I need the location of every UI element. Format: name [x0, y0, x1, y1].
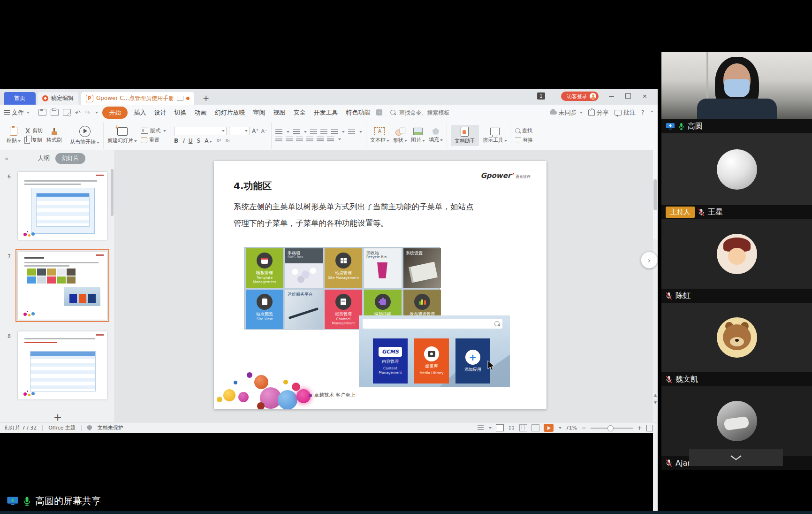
justify-icon[interactable]: [306, 137, 313, 142]
sidebar-scrollbar[interactable]: [111, 169, 114, 216]
slide-thumbnail-6[interactable]: [18, 172, 107, 240]
play-from-current-button[interactable]: 从当前开始: [70, 126, 99, 146]
columns-icon[interactable]: [327, 137, 334, 142]
protection-status[interactable]: 文档未保护: [98, 424, 123, 431]
new-slide-button[interactable]: 新建幻灯片: [107, 127, 137, 144]
scrollbar-thumb[interactable]: [653, 179, 657, 210]
help-button[interactable]: ?: [641, 109, 645, 116]
zoom-slider-knob[interactable]: [607, 425, 614, 431]
align-center-icon[interactable]: [286, 137, 293, 142]
notes-icon[interactable]: [478, 425, 484, 430]
decrease-font-button[interactable]: A⁻: [261, 128, 267, 134]
layout-button[interactable]: 版式: [141, 127, 166, 134]
reset-button[interactable]: 重置: [141, 137, 166, 144]
increase-font-button[interactable]: A⁺: [252, 128, 259, 134]
shape-button[interactable]: 形状: [393, 128, 407, 144]
previous-slide-icon[interactable]: ▲: [653, 393, 657, 397]
paste-button[interactable]: 粘贴: [7, 127, 21, 144]
collapse-panel-button[interactable]: «: [5, 155, 8, 162]
menu-view[interactable]: 视图: [271, 107, 287, 118]
cut-button[interactable]: 剪切: [24, 127, 43, 134]
tab-gaoding[interactable]: 稿定编辑: [38, 92, 78, 105]
menu-review[interactable]: 审阅: [251, 107, 267, 118]
menu-animation[interactable]: 动画: [192, 107, 208, 118]
slide-7[interactable]: Gpowerʼ 通元软件 4.功能区 系统左侧的主菜单以树形菜单方式列出了当前主…: [214, 161, 546, 409]
copy-button[interactable]: 复制: [24, 137, 43, 144]
strikethrough-button[interactable]: S: [197, 138, 201, 144]
decrease-indent-icon[interactable]: [310, 129, 317, 134]
tab-outline[interactable]: 大纲: [38, 154, 50, 162]
superscript-button[interactable]: X²: [216, 138, 221, 143]
collapse-participants-button[interactable]: [689, 449, 783, 466]
quickbar-more-icon[interactable]: [95, 112, 98, 114]
tab-home[interactable]: 首页: [4, 92, 36, 105]
zoom-in-button[interactable]: +: [637, 424, 642, 431]
participant-tile-weiwenkai[interactable]: 魏文凯: [661, 303, 812, 386]
file-menu[interactable]: 文件: [4, 108, 30, 117]
fullscreen-icon[interactable]: [646, 425, 653, 431]
command-search[interactable]: [390, 109, 464, 116]
search-input[interactable]: [398, 109, 464, 116]
menu-design[interactable]: 设计: [152, 107, 168, 118]
menu-slideshow[interactable]: 幻灯片放映: [212, 107, 247, 118]
reading-view-button[interactable]: [519, 424, 527, 431]
zoom-out-button[interactable]: −: [581, 424, 586, 431]
tab-document-active[interactable]: P Gpower C...点管理员使用手册: [81, 92, 194, 105]
text-direction-icon[interactable]: [331, 129, 338, 134]
italic-button[interactable]: I: [182, 138, 184, 144]
bold-button[interactable]: B: [174, 138, 178, 144]
theme-name[interactable]: Office 主题: [48, 424, 76, 431]
menu-home[interactable]: 开始: [102, 107, 128, 119]
bullet-list-icon[interactable]: [275, 129, 282, 134]
save-icon[interactable]: [38, 109, 46, 116]
new-tab-button[interactable]: +: [201, 93, 211, 103]
find-button[interactable]: 查找: [515, 127, 533, 134]
present-tools-button[interactable]: 演示工具: [483, 128, 507, 144]
menu-security[interactable]: 安全: [291, 107, 307, 118]
tab-slides[interactable]: 幻灯片: [55, 153, 85, 164]
slide-thumbnail-8[interactable]: [18, 331, 107, 399]
menu-devtools[interactable]: 开发工具: [311, 107, 340, 118]
zoom-slider[interactable]: [591, 428, 633, 429]
zoom-level[interactable]: 71%: [566, 425, 577, 431]
participant-tile-chenhong[interactable]: 陈虹: [661, 219, 812, 303]
participant-tile-wangxing[interactable]: 主持人 王星: [661, 133, 812, 219]
font-family-combo[interactable]: [174, 127, 227, 135]
sync-status[interactable]: 未同步: [550, 108, 583, 117]
print-preview-icon[interactable]: [63, 109, 71, 116]
fill-button[interactable]: 填充: [429, 128, 443, 143]
participant-tile-gaoyuan[interactable]: 高圆: [661, 52, 812, 133]
font-color-button[interactable]: A: [205, 138, 212, 144]
line-spacing-icon[interactable]: [348, 129, 355, 134]
distribute-icon[interactable]: [317, 137, 324, 142]
font-size-combo[interactable]: [229, 127, 250, 135]
picture-button[interactable]: 图片: [411, 128, 425, 144]
notes-page-button[interactable]: [531, 424, 539, 431]
align-right-icon[interactable]: [296, 137, 303, 142]
format-painter-button[interactable]: 格式刷: [46, 128, 62, 144]
share-button[interactable]: 分享: [588, 108, 609, 117]
numbered-list-icon[interactable]: [293, 129, 300, 134]
minimize-icon[interactable]: [609, 96, 614, 97]
normal-view-button[interactable]: [496, 424, 504, 431]
menu-special-features[interactable]: 特色功能: [344, 107, 372, 118]
close-icon[interactable]: ×: [642, 94, 647, 99]
doc-assistant-button[interactable]: 文档助手: [451, 125, 479, 146]
increase-indent-icon[interactable]: [320, 129, 327, 134]
undo-icon[interactable]: ↶: [75, 109, 81, 116]
replace-button[interactable]: 替换: [515, 137, 533, 144]
redo-icon[interactable]: ↷: [85, 109, 91, 116]
features-more-icon[interactable]: ›: [376, 109, 382, 115]
next-slide-icon[interactable]: ▼: [653, 401, 657, 405]
align-left-icon[interactable]: [275, 137, 282, 142]
subscript-button[interactable]: X₂: [225, 138, 230, 143]
guest-login-button[interactable]: 访客登录: [561, 92, 599, 101]
textbox-button[interactable]: A 文本框: [370, 127, 389, 144]
print-icon[interactable]: [51, 109, 59, 116]
vertical-scrollbar[interactable]: [653, 239, 658, 511]
slide-thumbnail-7-selected[interactable]: [18, 252, 107, 320]
slide-sorter-button[interactable]: [508, 425, 515, 431]
menu-transition[interactable]: 切换: [172, 107, 188, 118]
slideshow-play-button[interactable]: [544, 424, 554, 432]
add-slide-button[interactable]: +: [51, 411, 65, 423]
